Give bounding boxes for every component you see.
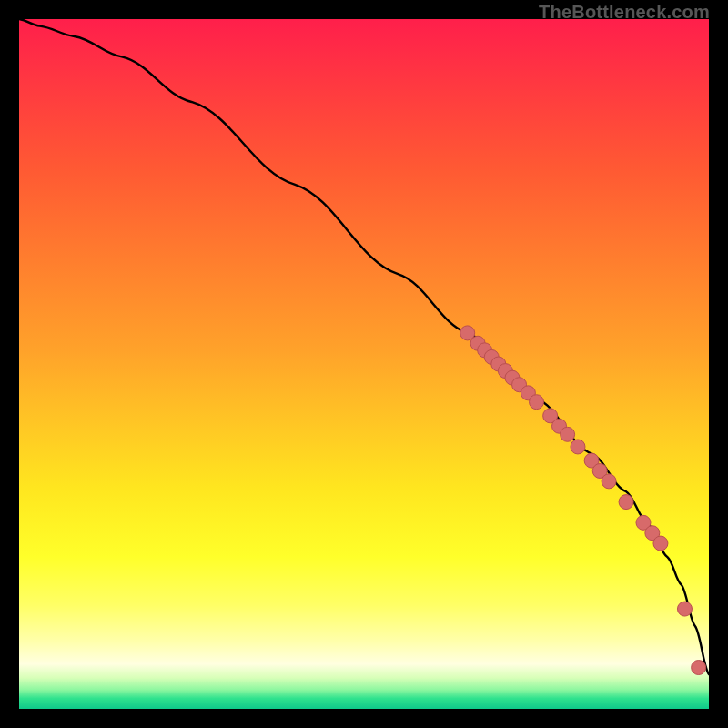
data-marker [561,427,575,441]
data-marker [619,495,633,510]
data-marker [530,395,544,410]
data-marker [571,440,585,454]
attribution-text: TheBottleneck.com [539,2,710,23]
chart-plot [19,19,709,709]
data-marker [653,536,668,551]
data-marker [677,602,692,616]
stage: TheBottleneck.com [0,0,728,728]
data-marker [602,474,616,489]
gradient-background [19,19,709,709]
data-marker [692,661,706,675]
